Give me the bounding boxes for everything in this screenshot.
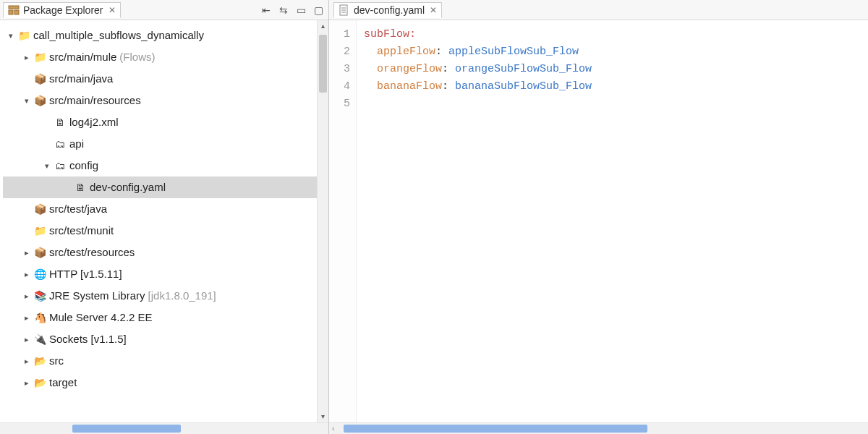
tree-node[interactable]: ▾🗂config (3, 155, 317, 176)
tree-node-label: target (49, 373, 77, 393)
tree-node-decorator: (Flows) (119, 47, 155, 67)
chevron-down-icon[interactable]: ▾ (22, 90, 32, 111)
chevron-right-icon[interactable]: ▸ (22, 264, 32, 284)
editor-horizontal-scrollbar[interactable]: ‹ (329, 422, 868, 434)
maximize-button[interactable]: ▢ (311, 3, 326, 17)
code-line[interactable] (364, 95, 868, 113)
project-icon: 📁 (17, 29, 30, 42)
package-icon: 📦 (33, 94, 46, 107)
line-number: 2 (329, 43, 350, 61)
package-explorer-panel: Package Explorer ✕ ⇤ ⇆ ▭ ▢ ▾📁call_multip… (0, 0, 329, 434)
code-line[interactable]: subFlow: (364, 26, 868, 43)
tree-node-decorator: [jdk1.8.0_191] (148, 286, 216, 306)
folder-m-icon: 📁 (33, 224, 46, 237)
tree-node-label: call_multiple_subflows_dynamically (33, 25, 204, 46)
folder-p-icon: 🗂 (54, 137, 67, 150)
editor-area[interactable]: 12345 subFlow: appleFlow: appleSubFlowSu… (329, 20, 868, 422)
tree-node-label: dev-config.yaml (90, 177, 166, 197)
chevron-right-icon[interactable]: ▸ (22, 47, 32, 67)
chevron-right-icon[interactable]: ▸ (22, 351, 32, 371)
tree-node[interactable]: ▸📁src/main/mule(Flows) (3, 46, 317, 68)
project-tree[interactable]: ▾📁call_multiple_subflows_dynamically▸📁sr… (0, 20, 317, 422)
tree-node-label: src/main/java (49, 69, 113, 89)
scroll-down-icon[interactable]: ▾ (318, 411, 328, 422)
tree-node-label: src/main/resources (49, 90, 141, 111)
mule-icon: 🐴 (33, 311, 46, 324)
package-explorer-icon (8, 4, 20, 16)
tree-node[interactable]: ▸📂src (3, 350, 317, 372)
yaml-icon: 🗎 (74, 181, 87, 194)
tree-node[interactable]: ▸📚JRE System Library[jdk1.8.0_191] (3, 285, 317, 307)
tree-node-label: JRE System Library (49, 286, 145, 306)
svg-rect-1 (9, 10, 13, 14)
package-icon: 📦 (33, 72, 46, 85)
editor-tab-label: dev-config.yaml (354, 4, 425, 16)
tree-node[interactable]: ▸📂target (3, 372, 317, 393)
tree-node[interactable]: ·📁src/test/munit (3, 220, 317, 242)
editor-tab[interactable]: dev-config.yaml ✕ (333, 2, 442, 18)
line-number: 5 (329, 95, 350, 113)
tree-node[interactable]: ▾📁call_multiple_subflows_dynamically (3, 25, 317, 46)
tree-node-label: log4j2.xml (69, 112, 119, 132)
tree-node-label: config (69, 156, 98, 176)
tree-node[interactable]: ·🗎dev-config.yaml (3, 176, 317, 198)
tree-node-label: src (49, 351, 64, 371)
folder-m-icon: 📁 (33, 51, 46, 64)
close-icon[interactable]: ✕ (109, 5, 116, 15)
editor-panel: dev-config.yaml ✕ 12345 subFlow: appleFl… (329, 0, 868, 434)
chevron-right-icon[interactable]: ▸ (22, 286, 32, 306)
tree-node[interactable]: ·🗂api (3, 133, 317, 155)
scroll-up-icon[interactable]: ▴ (318, 20, 328, 32)
chevron-down-icon[interactable]: ▾ (6, 25, 16, 46)
package-icon: 📦 (33, 246, 46, 259)
tree-node-label: HTTP [v1.5.11] (49, 264, 122, 284)
explorer-header: Package Explorer ✕ ⇤ ⇆ ▭ ▢ (0, 0, 328, 20)
tree-node[interactable]: ▸🐴Mule Server 4.2.2 EE (3, 307, 317, 328)
link-with-editor-button[interactable]: ⇆ (276, 3, 291, 17)
explorer-vertical-scrollbar[interactable]: ▴ ▾ (317, 20, 328, 422)
yaml-file-icon (339, 4, 350, 16)
collapse-all-button[interactable]: ⇤ (259, 3, 273, 17)
folder-p-icon: 🗂 (54, 159, 67, 172)
tree-node-label: src/test/resources (49, 242, 135, 263)
line-number-gutter: 12345 (329, 20, 357, 422)
tree-node-label: api (69, 134, 84, 154)
explorer-horizontal-scrollbar[interactable] (0, 422, 328, 434)
explorer-tab[interactable]: Package Explorer ✕ (3, 2, 121, 18)
http-icon: 🌐 (33, 268, 46, 281)
tree-node[interactable]: ▸📦src/test/resources (3, 242, 317, 263)
line-number: 3 (329, 61, 350, 78)
chevron-right-icon[interactable]: ▸ (22, 373, 32, 393)
tree-node[interactable]: ·🗎log4j2.xml (3, 111, 317, 133)
tree-node-label: src/main/mule (49, 47, 116, 67)
folder-icon: 📂 (33, 376, 46, 389)
tree-node[interactable]: ▸🌐HTTP [v1.5.11] (3, 263, 317, 285)
tree-node-label: src/test/munit (49, 221, 114, 241)
folder-icon: 📂 (33, 354, 46, 367)
code-line[interactable]: orangeFlow: orangeSubFlowSub_Flow (364, 61, 868, 78)
svg-rect-0 (9, 6, 19, 9)
tree-node-label: Mule Server 4.2.2 EE (49, 307, 153, 328)
socket-icon: 🔌 (33, 333, 46, 346)
scroll-left-icon[interactable]: ‹ (332, 424, 335, 433)
code-line[interactable]: appleFlow: appleSubFlowSub_Flow (364, 43, 868, 61)
tree-node[interactable]: ·📦src/main/java (3, 68, 317, 90)
jre-icon: 📚 (33, 289, 46, 302)
close-icon[interactable]: ✕ (430, 5, 437, 15)
chevron-right-icon[interactable]: ▸ (22, 307, 32, 328)
code-content[interactable]: subFlow: appleFlow: appleSubFlowSub_Flow… (357, 20, 868, 422)
line-number: 1 (329, 26, 350, 43)
tree-node-label: Sockets [v1.1.5] (49, 329, 127, 349)
tree-node[interactable]: ·📦src/test/java (3, 198, 317, 220)
minimize-button[interactable]: ▭ (294, 3, 308, 17)
tree-node[interactable]: ▾📦src/main/resources (3, 90, 317, 111)
chevron-right-icon[interactable]: ▸ (22, 242, 32, 263)
line-number: 4 (329, 78, 350, 95)
chevron-down-icon[interactable]: ▾ (42, 156, 52, 176)
tree-node-label: src/test/java (49, 199, 107, 219)
explorer-tab-label: Package Explorer (23, 4, 103, 16)
code-line[interactable]: bananaFlow: bananaSubFlowSub_Flow (364, 78, 868, 95)
chevron-right-icon[interactable]: ▸ (22, 329, 32, 349)
tree-node[interactable]: ▸🔌Sockets [v1.1.5] (3, 328, 317, 350)
editor-tabbar: dev-config.yaml ✕ (329, 0, 868, 20)
